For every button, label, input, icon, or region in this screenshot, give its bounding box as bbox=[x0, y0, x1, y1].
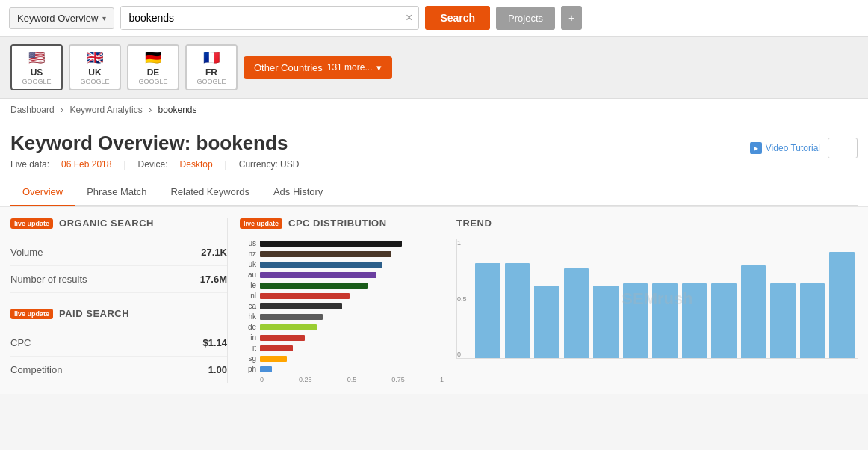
cpc-bar-row: us bbox=[240, 239, 444, 247]
cpc-live-badge: live update bbox=[240, 218, 282, 229]
device-label: Device: bbox=[138, 159, 168, 170]
breadcrumb-current: bookends bbox=[158, 105, 196, 115]
cpc-bar-row: nl bbox=[240, 292, 444, 300]
video-tutorial-link[interactable]: ▶ Video Tutorial bbox=[750, 142, 820, 154]
cpc-bar-row: in bbox=[240, 333, 444, 342]
trend-bar bbox=[652, 283, 678, 359]
cpc-bar bbox=[260, 241, 402, 247]
uk-flag-icon: 🇬🇧 bbox=[87, 49, 103, 66]
cpc-bar bbox=[260, 251, 391, 257]
trend-y-mid: 0.5 bbox=[457, 295, 467, 303]
us-flag-icon: 🇺🇸 bbox=[28, 49, 45, 66]
cpc-bar-row: sg bbox=[240, 354, 444, 363]
currency-label: Currency: USD bbox=[239, 159, 300, 170]
trend-bar bbox=[800, 283, 825, 359]
paid-section-title: PAID SEARCH bbox=[59, 308, 129, 319]
meta-row: Live data: 06 Feb 2018 | Device: Desktop… bbox=[10, 159, 299, 170]
trend-bar bbox=[711, 283, 737, 359]
cpc-bar bbox=[260, 324, 317, 330]
trend-bar bbox=[682, 283, 707, 359]
cpc-bar-row: ie bbox=[240, 281, 444, 289]
cpc-bar bbox=[260, 366, 272, 372]
metric-results: Number of results 17.6M bbox=[10, 266, 227, 293]
tab-related-keywords[interactable]: Related Keywords bbox=[158, 179, 261, 206]
main-content: Keyword Overview: bookends Live data: 06… bbox=[0, 121, 868, 206]
add-project-button[interactable]: + bbox=[561, 6, 582, 30]
trend-bar bbox=[770, 283, 796, 359]
cpc-bar-row: ca bbox=[240, 302, 444, 310]
trend-chart: 1 0.5 0 SEMrush bbox=[456, 239, 858, 374]
trend-bar bbox=[475, 263, 500, 359]
cpc-bar-row: nz bbox=[240, 250, 444, 258]
cpc-chart: usnzukauienlcahkdeinitsgph bbox=[240, 239, 444, 373]
video-icon: ▶ bbox=[750, 142, 762, 154]
de-flag-icon: 🇩🇪 bbox=[145, 49, 161, 66]
cpc-bar bbox=[260, 283, 368, 289]
search-button[interactable]: Search bbox=[425, 6, 490, 30]
fr-flag-icon: 🇫🇷 bbox=[203, 49, 220, 66]
empty-box bbox=[828, 138, 858, 158]
search-box: × bbox=[120, 6, 419, 30]
trend-y-top: 1 bbox=[457, 239, 461, 247]
live-data-label: Live data: bbox=[10, 159, 49, 170]
cpc-bar bbox=[260, 293, 350, 299]
paid-live-badge: live update bbox=[10, 309, 53, 319]
breadcrumb-dashboard[interactable]: Dashboard bbox=[10, 105, 55, 115]
cpc-bar-row: it bbox=[240, 344, 444, 352]
chevron-down-icon: ▾ bbox=[102, 14, 106, 22]
organic-search-section: live update ORGANIC SEARCH Volume 27.1K … bbox=[10, 218, 227, 383]
cpc-bar-row: au bbox=[240, 271, 444, 279]
cpc-bar bbox=[260, 303, 342, 309]
sections-row: live update ORGANIC SEARCH Volume 27.1K … bbox=[0, 206, 868, 394]
breadcrumb-analytics[interactable]: Keyword Analytics bbox=[69, 105, 142, 115]
cpc-bar-row: hk bbox=[240, 312, 444, 321]
cpc-bar bbox=[260, 335, 305, 341]
keyword-dropdown[interactable]: Keyword Overview ▾ bbox=[9, 7, 114, 29]
cpc-bar bbox=[260, 262, 382, 268]
cpc-distribution-section: live update CPC DISTRIBUTION usnzukauien… bbox=[227, 218, 444, 383]
trend-bar bbox=[505, 263, 530, 359]
country-fr[interactable]: 🇫🇷 FR GOOGLE bbox=[185, 44, 238, 90]
organic-section-title: ORGANIC SEARCH bbox=[59, 218, 154, 229]
clear-button[interactable]: × bbox=[400, 11, 418, 25]
trend-bar bbox=[623, 283, 648, 359]
trend-bar bbox=[534, 286, 559, 359]
other-countries-button[interactable]: Other Countries 131 more... ▾ bbox=[244, 56, 392, 79]
cpc-section-title: CPC DISTRIBUTION bbox=[288, 218, 387, 229]
country-de[interactable]: 🇩🇪 DE GOOGLE bbox=[127, 44, 179, 90]
trend-bar bbox=[829, 252, 855, 359]
tabs: Overview Phrase Match Related Keywords A… bbox=[10, 179, 858, 206]
search-input[interactable] bbox=[121, 7, 400, 29]
country-bar: 🇺🇸 US GOOGLE 🇬🇧 UK GOOGLE 🇩🇪 DE GOOGLE 🇫… bbox=[0, 37, 868, 99]
page-title: Keyword Overview: bookends bbox=[10, 132, 299, 155]
trend-bar bbox=[564, 268, 589, 358]
cpc-bar bbox=[260, 272, 376, 278]
cpc-bar bbox=[260, 314, 323, 320]
other-countries-label: Other Countries bbox=[254, 62, 323, 73]
metric-cpc: CPC $1.14 bbox=[10, 330, 227, 357]
country-us[interactable]: 🇺🇸 US GOOGLE bbox=[10, 44, 63, 90]
top-bar: Keyword Overview ▾ × Search Projects + bbox=[0, 0, 868, 37]
paid-search-section: live update PAID SEARCH CPC $1.14 Compet… bbox=[10, 308, 227, 383]
chevron-down-icon: ▾ bbox=[376, 62, 382, 73]
device-value[interactable]: Desktop bbox=[180, 159, 213, 170]
country-uk[interactable]: 🇬🇧 UK GOOGLE bbox=[69, 44, 121, 90]
cpc-bar-row: ph bbox=[240, 365, 444, 373]
cpc-bar bbox=[260, 356, 287, 362]
other-countries-count: 131 more... bbox=[327, 62, 373, 73]
breadcrumb: Dashboard › Keyword Analytics › bookends bbox=[0, 99, 868, 121]
metric-volume: Volume 27.1K bbox=[10, 239, 227, 266]
projects-button[interactable]: Projects bbox=[496, 7, 555, 30]
cpc-bar-row: de bbox=[240, 323, 444, 331]
organic-live-badge: live update bbox=[10, 218, 53, 229]
cpc-axis: 0 0.25 0.5 0.75 1 bbox=[240, 376, 444, 383]
tab-overview[interactable]: Overview bbox=[10, 179, 75, 206]
trend-bars: 1 0.5 0 SEMrush bbox=[456, 239, 858, 359]
trend-bar bbox=[741, 265, 766, 359]
tab-ads-history[interactable]: Ads History bbox=[261, 179, 335, 206]
live-data-date[interactable]: 06 Feb 2018 bbox=[61, 159, 111, 170]
trend-section-title: TREND bbox=[456, 218, 492, 229]
dropdown-label: Keyword Overview bbox=[17, 13, 98, 24]
cpc-bar-row: uk bbox=[240, 260, 444, 268]
tab-phrase-match[interactable]: Phrase Match bbox=[75, 179, 158, 206]
